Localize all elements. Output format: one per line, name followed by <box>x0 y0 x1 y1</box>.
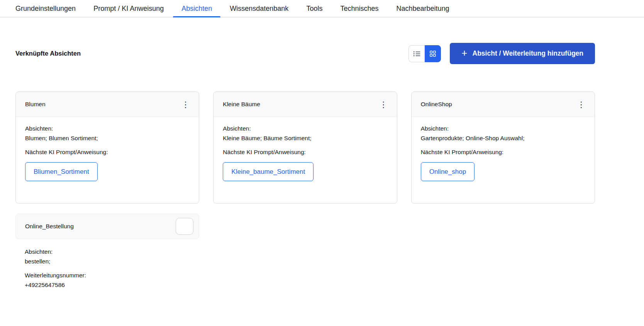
card-title: OnlineShop <box>421 101 452 108</box>
tab-grundeinstellungen[interactable]: Grundeinstellungen <box>15 0 76 17</box>
plus-icon: + <box>461 48 467 58</box>
absichten-label: Absichten: <box>25 247 190 256</box>
tab-tools[interactable]: Tools <box>306 0 322 17</box>
intent-card-onlineshop: OnlineShop ⋮ Absichten: Gartenprodukte; … <box>411 92 595 204</box>
absichten-value: Kleine Bäume; Bäume Sortiment; <box>223 133 387 143</box>
absichten-label: Absichten: <box>223 124 387 133</box>
tab-technisches[interactable]: Technisches <box>340 0 378 17</box>
next-prompt-label: Nächste KI Prompt/Anweisung: <box>25 147 190 157</box>
intent-card-blumen: Blumen ⋮ Absichten: Blumen; Blumen Sorti… <box>15 92 199 204</box>
tab-nachbearbeitung[interactable]: Nachbearbeitung <box>396 0 449 17</box>
list-view-button[interactable] <box>408 45 425 62</box>
grid-view-icon <box>430 51 436 57</box>
next-prompt-button[interactable]: Bliumen_Sortiment <box>25 162 98 181</box>
add-intent-button-label: Absicht / Weiterleitung hinzufügen <box>473 49 583 58</box>
toolbar-actions: + Absicht / Weiterleitung hinzufügen <box>408 43 595 64</box>
kebab-menu-icon[interactable]: ⋮ <box>573 100 589 109</box>
forward-number-label: Weiterleitungsnummer: <box>25 270 190 280</box>
card-header: Blumen ⋮ <box>16 92 199 117</box>
tab-prompt-ki-anweisung[interactable]: Prompt / KI Anweisung <box>93 0 164 17</box>
forward-number-value: +49225647586 <box>25 280 190 290</box>
card-title: Blumen <box>25 101 46 108</box>
content-area: Verknüpfte Absichten <box>0 43 644 305</box>
add-intent-button[interactable]: + Absicht / Weiterleitung hinzufügen <box>450 43 595 64</box>
absichten-label: Absichten: <box>421 124 585 133</box>
intent-card-kleine-baeume: Kleine Bäume ⋮ Absichten: Kleine Bäume; … <box>213 92 397 204</box>
card-body: Absichten: Kleine Bäume; Bäume Sortiment… <box>214 117 397 190</box>
next-prompt-label: Nächste KI Prompt/Anweisung: <box>421 147 585 157</box>
absichten-value: Blumen; Blumen Sortiment; <box>25 133 190 143</box>
card-body: Absichten: bestellen; Weiterleitungsnumm… <box>15 239 199 290</box>
kebab-menu-icon[interactable]: ⋮ <box>376 100 391 109</box>
toolbar: Verknüpfte Absichten <box>15 43 595 64</box>
settings-page: Grundeinstellungen Prompt / KI Anweisung… <box>0 0 644 326</box>
card-title: Kleine Bäume <box>223 101 260 108</box>
card-body: Absichten: Gartenprodukte; Online-Shop A… <box>412 117 595 190</box>
card-action-placeholder-button[interactable] <box>176 218 193 235</box>
view-toggle <box>408 45 441 62</box>
tab-wissensdatenbank[interactable]: Wissensdatenbank <box>230 0 288 17</box>
card-header: OnlineShop ⋮ <box>412 92 595 117</box>
intent-cards-grid: Blumen ⋮ Absichten: Blumen; Blumen Sorti… <box>15 92 595 290</box>
tab-absichten[interactable]: Absichten <box>181 0 212 17</box>
intent-card-online-bestellung: Online_Bestellung Absichten: bestellen; … <box>15 214 199 290</box>
next-prompt-label: Nächste KI Prompt/Anweisung: <box>223 147 387 157</box>
next-prompt-button[interactable]: Kleine_baume_Sortiment <box>223 162 314 181</box>
card-header: Kleine Bäume ⋮ <box>214 92 397 117</box>
grid-view-button[interactable] <box>425 45 441 62</box>
list-view-icon <box>414 51 420 56</box>
next-prompt-button[interactable]: Online_shop <box>421 162 475 181</box>
card-title: Online_Bestellung <box>25 223 74 230</box>
absichten-label: Absichten: <box>25 124 190 133</box>
card-header: Online_Bestellung <box>15 214 199 239</box>
absichten-value: bestellen; <box>25 256 190 266</box>
absichten-value: Gartenprodukte; Online-Shop Auswahl; <box>421 133 585 143</box>
tab-bar: Grundeinstellungen Prompt / KI Anweisung… <box>0 0 644 17</box>
card-body: Absichten: Blumen; Blumen Sortiment; Näc… <box>16 117 199 190</box>
section-title: Verknüpfte Absichten <box>15 50 81 57</box>
kebab-menu-icon[interactable]: ⋮ <box>178 100 193 109</box>
